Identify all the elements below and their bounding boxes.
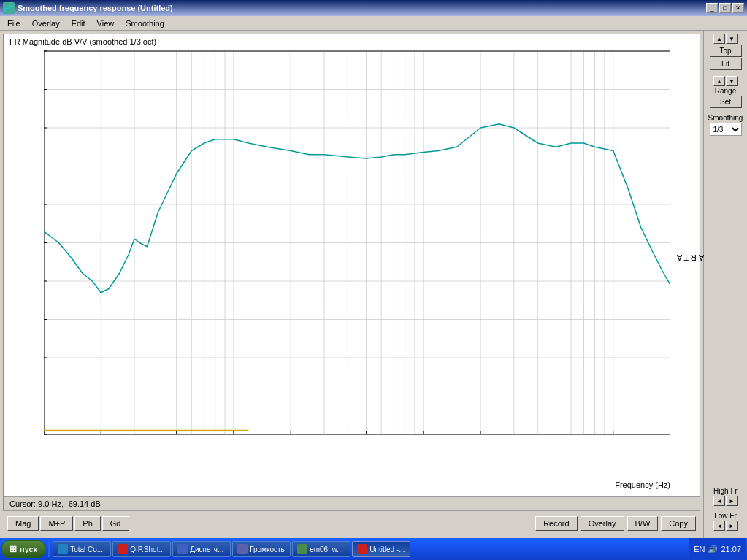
main-window: Smoothed frequency response (Untitled) _… xyxy=(0,0,747,560)
range-up-button[interactable]: ▲ xyxy=(713,76,725,86)
record-button[interactable]: Record xyxy=(535,516,577,531)
gd-button[interactable]: Gd xyxy=(102,516,129,531)
taskbar-icon-2 xyxy=(177,544,188,554)
mph-button[interactable]: M+P xyxy=(40,516,73,531)
menu-view[interactable]: View xyxy=(91,18,120,29)
menu-smoothing[interactable]: Smoothing xyxy=(120,18,170,29)
taskbar-label-3: Громкость xyxy=(250,545,285,553)
window-title: Smoothed frequency response (Untitled) xyxy=(18,4,173,12)
range-section: ▲ ▼ Range Set xyxy=(707,76,744,108)
taskbar-label-0: Total Co... xyxy=(70,545,103,553)
high-fr-section: High Fr ◄ ► xyxy=(707,487,744,506)
smoothing-section: Smoothing 1/3 1/6 1/12 None xyxy=(707,114,744,136)
taskbar-icon-5 xyxy=(357,544,367,554)
low-fr-right-button[interactable]: ► xyxy=(726,521,738,531)
titlebar: Smoothed frequency response (Untitled) _… xyxy=(0,0,747,16)
low-fr-section: Low Fr ◄ ► xyxy=(707,512,744,531)
chart-title: FR Magnitude dB V/V (smoothed 1/3 oct) xyxy=(4,34,700,47)
fit-button[interactable]: Fit xyxy=(710,58,742,70)
high-fr-right-button[interactable]: ► xyxy=(726,496,738,506)
set-button[interactable]: Set xyxy=(710,96,742,108)
mag-button[interactable]: Mag xyxy=(7,516,39,531)
view-buttons: Mag M+P Ph Gd xyxy=(7,516,129,531)
main-content: FR Magnitude dB V/V (smoothed 1/3 oct) A… xyxy=(0,31,747,538)
start-label: пуск xyxy=(20,545,37,553)
overlay-button[interactable]: Overlay xyxy=(581,516,624,531)
right-panel: ▲ ▼ Top Fit ▲ ▼ Range Set Smoothing 1/3 xyxy=(703,31,747,538)
minimize-button[interactable]: _ xyxy=(706,3,718,13)
arta-label: ARTA xyxy=(675,253,704,262)
smoothing-label: Smoothing xyxy=(708,114,743,122)
menu-edit[interactable]: Edit xyxy=(66,18,91,29)
ph-button[interactable]: Ph xyxy=(74,516,100,531)
app-icon xyxy=(3,2,15,14)
taskbar-item-4[interactable]: em06_w... xyxy=(292,541,350,557)
taskbar-item-2[interactable]: Диспетч... xyxy=(172,541,231,557)
top-down-button[interactable]: ▼ xyxy=(726,34,738,44)
menubar: File Overlay Edit View Smoothing xyxy=(0,16,747,31)
chart-container: FR Magnitude dB V/V (smoothed 1/3 oct) A… xyxy=(0,31,703,538)
high-fr-label: High Fr xyxy=(713,487,738,495)
copy-button[interactable]: Copy xyxy=(661,516,696,531)
top-section: ▲ ▼ Top Fit xyxy=(707,34,744,70)
chart-wrapper: FR Magnitude dB V/V (smoothed 1/3 oct) A… xyxy=(3,34,700,510)
range-label: Range xyxy=(715,87,736,95)
cursor-text: Cursor: 9.0 Hz, -69.14 dB xyxy=(9,499,101,508)
taskbar-item-3[interactable]: Громкость xyxy=(232,541,291,557)
top-button[interactable]: Top xyxy=(710,45,742,57)
taskbar-item-1[interactable]: QIP.Shot... xyxy=(112,541,171,557)
start-button[interactable]: ⊞ пуск xyxy=(1,540,45,558)
taskbar: ⊞ пуск Total Co... QIP.Shot... Диспетч..… xyxy=(0,538,747,560)
x-axis-label: Frequency (Hz) xyxy=(615,480,670,489)
menu-file[interactable]: File xyxy=(1,18,26,29)
frequency-chart xyxy=(44,47,670,438)
close-button[interactable]: ✕ xyxy=(732,3,744,13)
low-fr-label: Low Fr xyxy=(714,512,737,520)
taskbar-label-1: QIP.Shot... xyxy=(130,545,165,553)
taskbar-icon-1 xyxy=(118,544,128,554)
smoothing-select[interactable]: 1/3 1/6 1/12 None xyxy=(710,123,742,136)
taskbar-icon-4 xyxy=(297,544,307,554)
taskbar-item-5[interactable]: Untitled -... xyxy=(352,541,410,557)
taskbar-item-0[interactable]: Total Co... xyxy=(53,541,111,557)
taskbar-label-5: Untitled -... xyxy=(369,545,405,553)
taskbar-icon-0 xyxy=(58,544,68,554)
taskbar-right: EN 🔊 21:07 xyxy=(689,538,746,560)
bw-button[interactable]: B/W xyxy=(627,516,659,531)
maximize-button[interactable]: □ xyxy=(719,3,731,13)
taskbar-label-4: em06_w... xyxy=(310,545,343,553)
taskbar-label-2: Диспетч... xyxy=(190,545,223,553)
taskbar-icon-3 xyxy=(237,544,248,554)
action-buttons: Record Overlay B/W Copy xyxy=(535,516,696,531)
high-fr-left-button[interactable]: ◄ xyxy=(713,496,725,506)
bottom-bar: Mag M+P Ph Gd Record Overlay B/W Copy xyxy=(3,510,700,535)
menu-overlay[interactable]: Overlay xyxy=(26,18,66,29)
cursor-status: Cursor: 9.0 Hz, -69.14 dB xyxy=(4,496,700,510)
low-fr-left-button[interactable]: ◄ xyxy=(713,521,725,531)
range-down-button[interactable]: ▼ xyxy=(726,76,738,86)
top-up-button[interactable]: ▲ xyxy=(713,34,725,44)
clock: 21:07 xyxy=(721,545,741,553)
